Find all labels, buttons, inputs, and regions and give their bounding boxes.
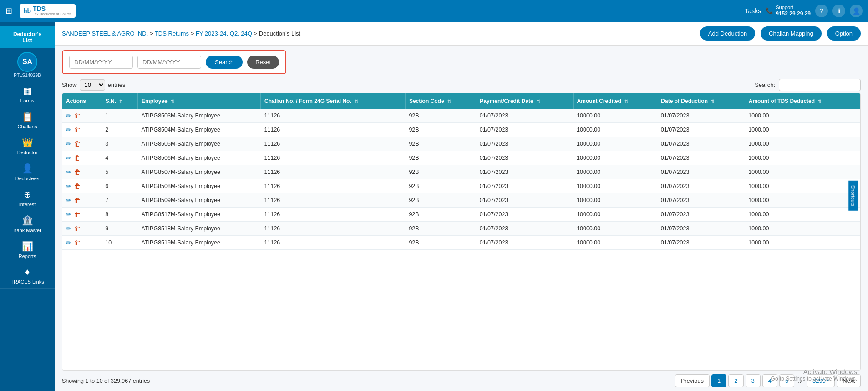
col-challan[interactable]: Challan No. / Form 24G Serial No. ⇅ bbox=[261, 93, 406, 109]
edit-button[interactable]: ✏ bbox=[66, 126, 71, 133]
table-row: ✏ 🗑 3 ATIPG8505M-Salary Employee 11126 9… bbox=[62, 137, 860, 151]
row-challan: 11126 bbox=[261, 193, 406, 208]
phone-icon: 📞 bbox=[766, 7, 773, 14]
edit-button[interactable]: ✏ bbox=[66, 239, 71, 246]
deductions-table: Actions S.N. ⇅ Employee ⇅ Challan No. / … bbox=[62, 93, 860, 250]
col-payment-date[interactable]: Payment/Credit Date ⇅ bbox=[476, 93, 573, 109]
search-label: Search: bbox=[755, 81, 775, 88]
col-section[interactable]: Section Code ⇅ bbox=[405, 93, 476, 109]
date-to-input[interactable] bbox=[137, 56, 201, 69]
sidebar-item-deductor[interactable]: 👑 Deductor bbox=[0, 133, 55, 159]
col-date-deduction[interactable]: Date of Deduction ⇅ bbox=[657, 93, 745, 109]
row-actions: ✏ 🗑 bbox=[62, 165, 102, 179]
row-payment-date: 01/07/2023 bbox=[476, 179, 573, 193]
page-5-button[interactable]: 5 bbox=[779, 374, 794, 387]
edit-button[interactable]: ✏ bbox=[66, 197, 71, 204]
table-search-input[interactable] bbox=[779, 79, 861, 91]
show-entries: Show 10 25 50 100 entries bbox=[62, 79, 126, 91]
row-tds-deducted: 1000.00 bbox=[745, 123, 860, 137]
row-actions: ✏ 🗑 bbox=[62, 179, 102, 193]
col-tds-deducted[interactable]: Amount of TDS Deducted ⇅ bbox=[745, 93, 860, 109]
edit-button[interactable]: ✏ bbox=[66, 168, 71, 176]
delete-button[interactable]: 🗑 bbox=[74, 126, 81, 133]
sidebar-item-traces-links[interactable]: ♦ TRACES Links bbox=[0, 263, 55, 289]
row-sn: 4 bbox=[102, 151, 137, 165]
sidebar-item-bank-master[interactable]: 🏦 Bank Master bbox=[0, 211, 55, 237]
row-date-deduction: 01/07/2023 bbox=[657, 222, 745, 236]
grid-icon[interactable]: ⊞ bbox=[5, 6, 12, 16]
row-payment-date: 01/07/2023 bbox=[476, 236, 573, 250]
row-payment-date: 01/07/2023 bbox=[476, 165, 573, 179]
breadcrumb-fy[interactable]: FY 2023-24, Q2, 24Q bbox=[196, 30, 252, 37]
user-button[interactable]: 👤 bbox=[850, 5, 863, 17]
shortcuts-tab[interactable]: Shortcuts bbox=[848, 180, 858, 210]
breadcrumb-tds-returns[interactable]: TDS Returns bbox=[155, 30, 189, 37]
row-date-deduction: 01/07/2023 bbox=[657, 236, 745, 250]
pagination: Previous 1 2 3 4 5 ... 32997 Next bbox=[675, 374, 861, 387]
page-3-button[interactable]: 3 bbox=[746, 374, 761, 387]
row-amount-credited: 10000.00 bbox=[573, 193, 657, 208]
support-label: Support bbox=[776, 5, 811, 10]
delete-button[interactable]: 🗑 bbox=[74, 197, 81, 204]
breadcrumb: SANDEEP STEEL & AGRO IND. > TDS Returns … bbox=[62, 30, 695, 37]
sidebar-deductors-list[interactable]: Deductor'sList bbox=[0, 26, 55, 48]
edit-button[interactable]: ✏ bbox=[66, 154, 71, 162]
sidebar-item-label: Interest bbox=[19, 202, 36, 207]
row-payment-date: 01/07/2023 bbox=[476, 208, 573, 222]
row-section: 92B bbox=[405, 151, 476, 165]
edit-button[interactable]: ✏ bbox=[66, 183, 71, 190]
previous-button[interactable]: Previous bbox=[675, 374, 710, 387]
breadcrumb-deductions: Deduction's List bbox=[259, 30, 300, 37]
top-nav: ⊞ hb TDS Tax Deducted at Source Tasks 📞 … bbox=[0, 0, 868, 22]
date-from-input[interactable] bbox=[69, 56, 133, 69]
edit-button[interactable]: ✏ bbox=[66, 140, 71, 147]
page-last-button[interactable]: 32997 bbox=[807, 374, 835, 387]
table-row: ✏ 🗑 10 ATIPG8519M-Salary Employee 11126 … bbox=[62, 236, 860, 250]
delete-button[interactable]: 🗑 bbox=[74, 154, 81, 162]
row-actions: ✏ 🗑 bbox=[62, 151, 102, 165]
sidebar-item-challans[interactable]: 📋 Challans bbox=[0, 107, 55, 133]
delete-button[interactable]: 🗑 bbox=[74, 140, 81, 147]
delete-button[interactable]: 🗑 bbox=[74, 168, 81, 176]
row-payment-date: 01/07/2023 bbox=[476, 123, 573, 137]
row-date-deduction: 01/07/2023 bbox=[657, 137, 745, 151]
delete-button[interactable]: 🗑 bbox=[74, 183, 81, 190]
sidebar-item-interest[interactable]: ⊕ Interest bbox=[0, 185, 55, 211]
next-button[interactable]: Next bbox=[837, 374, 861, 387]
option-button[interactable]: Option bbox=[827, 26, 861, 41]
edit-button[interactable]: ✏ bbox=[66, 211, 71, 218]
page-1-button[interactable]: 1 bbox=[711, 374, 726, 387]
col-amount-credited[interactable]: Amount Credited ⇅ bbox=[573, 93, 657, 109]
sidebar-item-reports[interactable]: 📊 Reports bbox=[0, 237, 55, 263]
search-button[interactable]: Search bbox=[206, 56, 243, 69]
sidebar-item-label: Challans bbox=[18, 124, 37, 129]
col-actions[interactable]: Actions bbox=[62, 93, 102, 109]
col-sn[interactable]: S.N. ⇅ bbox=[102, 93, 137, 109]
row-actions: ✏ 🗑 bbox=[62, 109, 102, 123]
row-section: 92B bbox=[405, 109, 476, 123]
table-header-row: Actions S.N. ⇅ Employee ⇅ Challan No. / … bbox=[62, 93, 860, 109]
page-4-button[interactable]: 4 bbox=[762, 374, 777, 387]
delete-button[interactable]: 🗑 bbox=[74, 225, 81, 232]
add-deduction-button[interactable]: Add Deduction bbox=[700, 26, 755, 41]
row-sn: 1 bbox=[102, 109, 137, 123]
sidebar-item-label: Reports bbox=[19, 254, 36, 259]
reset-button[interactable]: Reset bbox=[247, 56, 279, 69]
delete-button[interactable]: 🗑 bbox=[74, 112, 81, 119]
info-button[interactable]: ℹ bbox=[832, 5, 845, 17]
delete-button[interactable]: 🗑 bbox=[74, 239, 81, 246]
row-amount-credited: 10000.00 bbox=[573, 222, 657, 236]
challan-mapping-button[interactable]: Challan Mapping bbox=[761, 26, 822, 41]
tasks-label[interactable]: Tasks bbox=[745, 7, 761, 15]
row-amount-credited: 10000.00 bbox=[573, 109, 657, 123]
page-2-button[interactable]: 2 bbox=[728, 374, 743, 387]
edit-button[interactable]: ✏ bbox=[66, 112, 71, 119]
sidebar-item-deductees[interactable]: 👤 Deductees bbox=[0, 159, 55, 185]
breadcrumb-company[interactable]: SANDEEP STEEL & AGRO IND. bbox=[62, 30, 148, 37]
help-button[interactable]: ? bbox=[815, 5, 828, 17]
col-employee[interactable]: Employee ⇅ bbox=[138, 93, 261, 109]
edit-button[interactable]: ✏ bbox=[66, 225, 71, 232]
sidebar-item-forms[interactable]: ▦ Forms bbox=[0, 81, 55, 107]
entries-select[interactable]: 10 25 50 100 bbox=[80, 79, 105, 91]
delete-button[interactable]: 🗑 bbox=[74, 211, 81, 218]
